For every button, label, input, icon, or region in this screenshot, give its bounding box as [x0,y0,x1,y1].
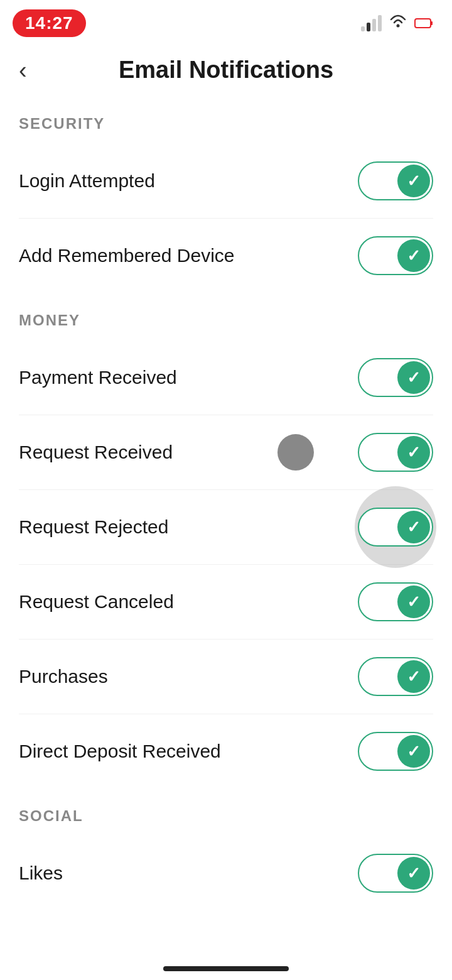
section-social: SOCIALLikes✓ [0,795,452,910]
check-icon: ✓ [407,368,421,388]
toggle-knob-direct-deposit-received: ✓ [397,735,430,768]
check-icon: ✓ [407,172,421,191]
home-indicator [163,966,289,971]
svg-rect-2 [431,21,433,25]
setting-label-request-received: Request Received [19,442,173,463]
toggle-request-received[interactable]: ✓ [358,433,433,472]
toggle-likes[interactable]: ✓ [358,854,433,893]
content-area: SECURITYLogin Attempted✓Add Remembered D… [0,102,452,910]
toggle-login-attempted[interactable]: ✓ [358,161,433,200]
setting-label-request-canceled: Request Canceled [19,591,174,612]
setting-row-login-attempted: Login Attempted✓ [19,144,433,218]
setting-row-request-rejected: Request Rejected✓ [19,490,433,564]
setting-label-direct-deposit-received: Direct Deposit Received [19,741,221,762]
toggle-payment-received[interactable]: ✓ [358,358,433,397]
toggle-request-rejected[interactable]: ✓ [358,508,433,547]
toggle-add-remembered-device[interactable]: ✓ [358,236,433,275]
section-security: SECURITYLogin Attempted✓Add Remembered D… [0,102,452,293]
setting-label-add-remembered-device: Add Remembered Device [19,245,235,266]
setting-label-purchases: Purchases [19,666,108,687]
setting-row-likes: Likes✓ [19,836,433,910]
toggle-direct-deposit-received[interactable]: ✓ [358,732,433,771]
setting-row-request-canceled: Request Canceled✓ [19,565,433,639]
check-icon: ✓ [407,518,421,537]
toggle-knob-request-canceled: ✓ [397,585,430,618]
setting-row-add-remembered-device: Add Remembered Device✓ [19,219,433,293]
toggle-knob-request-received: ✓ [397,436,430,469]
page-header: ‹ Email Notifications [0,44,452,90]
svg-point-0 [397,24,400,27]
section-label-social: SOCIAL [19,795,433,836]
wifi-icon [388,14,408,33]
check-icon: ✓ [407,864,421,883]
toggle-knob-purchases: ✓ [397,660,430,693]
back-button[interactable]: ‹ [19,58,27,82]
time-display: 14:27 [13,9,86,37]
setting-row-request-received: Request Received✓ [19,415,433,489]
status-bar: 14:27 [0,0,452,44]
page-title: Email Notifications [119,57,333,84]
toggle-knob-add-remembered-device: ✓ [397,239,430,272]
setting-row-direct-deposit-received: Direct Deposit Received✓ [19,714,433,788]
battery-icon [414,18,433,29]
setting-label-payment-received: Payment Received [19,367,177,388]
section-label-security: SECURITY [19,102,433,144]
setting-label-likes: Likes [19,863,63,884]
setting-label-request-rejected: Request Rejected [19,516,168,538]
status-icons [361,14,433,33]
setting-row-purchases: Purchases✓ [19,640,433,714]
toggle-purchases[interactable]: ✓ [358,657,433,696]
check-icon: ✓ [407,742,421,761]
toggle-knob-login-attempted: ✓ [397,165,430,197]
check-icon: ✓ [407,592,421,612]
check-icon: ✓ [407,443,421,462]
section-money: MONEYPayment Received✓Request Received✓R… [0,299,452,788]
toggle-request-canceled[interactable]: ✓ [358,582,433,621]
check-icon: ✓ [407,246,421,266]
setting-label-login-attempted: Login Attempted [19,170,155,192]
check-icon: ✓ [407,667,421,687]
floating-circle [277,434,314,471]
section-label-money: MONEY [19,299,433,340]
toggle-knob-request-rejected: ✓ [397,511,430,543]
setting-row-payment-received: Payment Received✓ [19,340,433,415]
svg-rect-1 [415,19,431,28]
signal-icon [361,15,382,31]
toggle-knob-payment-received: ✓ [397,361,430,394]
toggle-knob-likes: ✓ [397,857,430,890]
